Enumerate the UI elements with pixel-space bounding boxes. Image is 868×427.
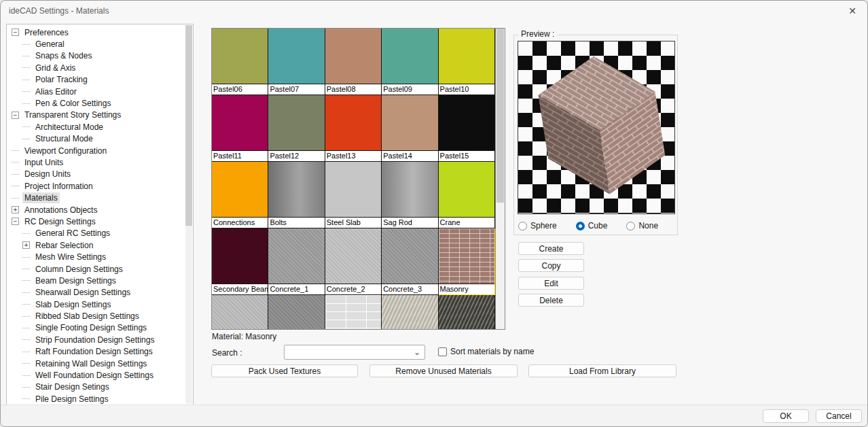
material-pastel12[interactable]: Pastel12 xyxy=(268,95,325,162)
material-concrete-3[interactable]: Concrete_3 xyxy=(382,228,438,295)
tree-item-well-foundation-design-settings[interactable]: Well Foundation Design Settings xyxy=(7,369,185,381)
tree-item-structural-mode[interactable]: Structural Mode xyxy=(7,133,185,145)
material-swatch[interactable] xyxy=(268,162,324,218)
tree-item-alias-editor[interactable]: Alias Editor xyxy=(7,86,185,97)
radio-cube[interactable]: Cube xyxy=(576,221,608,230)
copy-button[interactable]: Copy xyxy=(518,259,584,272)
material-swatch[interactable] xyxy=(268,295,324,329)
material-swatch[interactable] xyxy=(439,162,494,218)
materials-scrollbar[interactable] xyxy=(495,29,505,329)
tree-item-annotations-objects[interactable]: +Annotations Objects xyxy=(7,204,185,216)
cancel-button[interactable]: Cancel xyxy=(816,409,862,423)
tree-item-raft-foundation-design-settings[interactable]: Raft Foundation Design Settings xyxy=(7,346,185,358)
material-swatch[interactable] xyxy=(212,295,268,329)
tree-item-rebar-selection[interactable]: +Rebar Selection xyxy=(7,239,185,251)
material-swatch[interactable] xyxy=(382,295,437,329)
search-combobox[interactable]: ⌄ xyxy=(284,345,425,360)
materials-scrollbar-thumb[interactable] xyxy=(496,29,504,203)
radio-button-icon[interactable] xyxy=(576,222,585,230)
sort-checkbox[interactable]: Sort materials by name xyxy=(438,347,534,356)
tree-scrollbar[interactable] xyxy=(185,25,192,404)
material-partial-24[interactable] xyxy=(439,295,495,329)
tree-item-mesh-wire-settings[interactable]: Mesh Wire Settings xyxy=(7,251,185,262)
material-pastel10[interactable]: Pastel10 xyxy=(439,29,495,95)
material-swatch[interactable] xyxy=(325,228,381,284)
edit-button[interactable]: Edit xyxy=(518,277,584,290)
material-swatch[interactable] xyxy=(382,162,437,218)
material-swatch[interactable] xyxy=(212,162,268,218)
tree-item-preferences[interactable]: −Preferences xyxy=(7,27,185,38)
tree-item-architectural-mode[interactable]: Architectural Mode xyxy=(7,121,185,133)
tree-item-strip-foundation-design-settings[interactable]: Strip Foundation Design Settings xyxy=(7,334,185,345)
chevron-down-icon[interactable]: ⌄ xyxy=(414,347,420,357)
material-sag-rod[interactable]: Sag Rod xyxy=(382,162,438,228)
tree-item-pile-design-settings[interactable]: Pile Design Settings xyxy=(7,393,185,404)
tree-item-slab-design-settings[interactable]: Slab Design Settings xyxy=(7,298,185,310)
material-swatch[interactable] xyxy=(268,228,324,284)
tree-item-column-design-settings[interactable]: Column Design Settings xyxy=(7,263,185,275)
material-swatch[interactable] xyxy=(325,295,381,329)
load-from-library-button[interactable]: Load From Library xyxy=(528,364,676,377)
collapse-icon[interactable]: − xyxy=(12,112,19,119)
tree-item-project-information[interactable]: Project Information xyxy=(7,180,185,192)
material-partial-23[interactable] xyxy=(382,295,438,329)
preview-canvas[interactable] xyxy=(518,41,675,214)
radio-none[interactable]: None xyxy=(626,221,658,230)
tree-item-input-units[interactable]: Input Units xyxy=(7,156,185,168)
tree-item-stair-design-setings[interactable]: Stair Design Setings xyxy=(7,381,185,393)
material-partial-20[interactable] xyxy=(212,295,268,329)
tree-scrollbar-thumb[interactable] xyxy=(185,25,192,226)
radio-button-icon[interactable] xyxy=(518,222,527,230)
material-swatch[interactable] xyxy=(268,95,324,151)
material-swatch[interactable] xyxy=(212,29,268,84)
material-secondary-beam[interactable]: Secondary Beam xyxy=(212,228,268,295)
search-input[interactable] xyxy=(285,345,424,359)
close-icon[interactable]: ✕ xyxy=(844,3,861,18)
collapse-icon[interactable]: − xyxy=(12,29,19,36)
remove-unused-materials-button[interactable]: Remove Unused Materials xyxy=(369,364,518,377)
material-pastel11[interactable]: Pastel11 xyxy=(212,95,268,162)
tree-item-viewport-configuration[interactable]: Viewport Configuration xyxy=(7,145,185,156)
create-button[interactable]: Create xyxy=(518,242,584,255)
material-bolts[interactable]: Bolts xyxy=(268,162,325,228)
material-swatch[interactable] xyxy=(268,29,324,84)
material-concrete-1[interactable]: Concrete_1 xyxy=(268,228,325,295)
collapse-icon[interactable]: − xyxy=(12,218,19,225)
material-swatch[interactable] xyxy=(382,95,437,151)
material-connections[interactable]: Connections xyxy=(212,162,268,228)
material-pastel06[interactable]: Pastel06 xyxy=(212,29,268,95)
material-swatch[interactable] xyxy=(439,295,494,329)
pack-used-textures-button[interactable]: Pack Used Textures xyxy=(211,364,358,377)
tree-item-design-units[interactable]: Design Units xyxy=(7,169,185,180)
tree-item-ribbed-slab-design-settings[interactable]: Ribbed Slab Design Settings xyxy=(7,310,185,322)
tree-item-snaps-nodes[interactable]: Snaps & Nodes xyxy=(7,50,185,62)
material-swatch[interactable] xyxy=(439,228,494,284)
material-swatch[interactable] xyxy=(212,95,268,151)
tree-item-shearwall-design-settings[interactable]: Shearwall Design Settings xyxy=(7,287,185,298)
material-pastel14[interactable]: Pastel14 xyxy=(382,95,438,162)
tree-item-general[interactable]: General xyxy=(7,38,185,50)
material-pastel08[interactable]: Pastel08 xyxy=(325,29,382,95)
radio-button-icon[interactable] xyxy=(626,222,635,230)
tree-item-grid-axis[interactable]: Grid & Axis xyxy=(7,62,185,73)
material-crane[interactable]: Crane xyxy=(439,162,495,228)
checkbox-icon[interactable] xyxy=(438,347,447,356)
material-swatch[interactable] xyxy=(439,29,494,84)
titlebar[interactable]: ideCAD Settings - Materials ✕ xyxy=(1,1,867,21)
tree-item-beam-design-settings[interactable]: Beam Design Settings xyxy=(7,275,185,286)
material-pastel09[interactable]: Pastel09 xyxy=(382,29,438,95)
tree-item-rc-design-settings[interactable]: −RC Design Settings xyxy=(7,216,185,227)
tree-item-general-rc-settings[interactable]: General RC Settings xyxy=(7,228,185,239)
material-steel-slab[interactable]: Steel Slab xyxy=(325,162,382,228)
delete-button[interactable]: Delete xyxy=(518,294,584,307)
material-concrete-2[interactable]: Concrete_2 xyxy=(325,228,382,295)
material-swatch[interactable] xyxy=(439,95,494,151)
material-swatch[interactable] xyxy=(382,29,437,84)
material-swatch[interactable] xyxy=(212,228,268,284)
radio-sphere[interactable]: Sphere xyxy=(518,221,557,230)
expand-icon[interactable]: + xyxy=(12,206,19,214)
material-swatch[interactable] xyxy=(325,162,381,218)
material-pastel07[interactable]: Pastel07 xyxy=(268,29,325,95)
tree-item-retaining-wall-design-settings[interactable]: Retaining Wall Design Settings xyxy=(7,358,185,369)
ok-button[interactable]: OK xyxy=(763,409,809,423)
